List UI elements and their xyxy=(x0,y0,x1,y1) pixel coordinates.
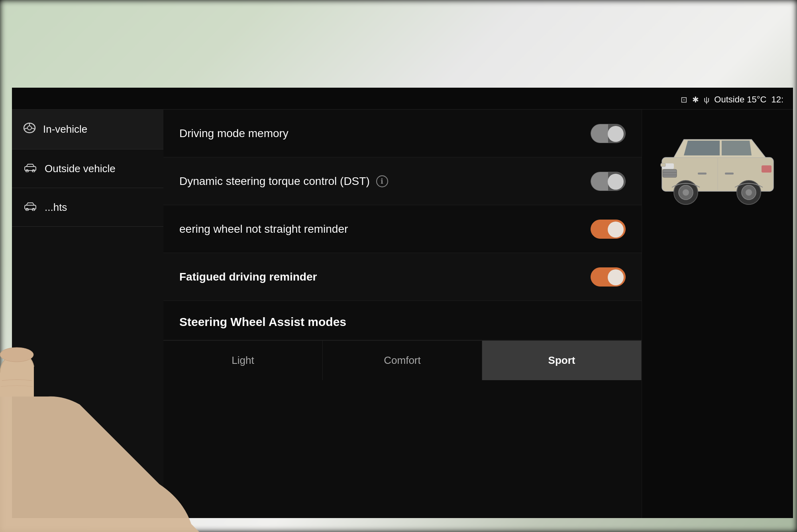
setting-row-dst: Dynamic steering torque control (DST) ℹ xyxy=(163,157,642,205)
svg-rect-25 xyxy=(698,173,707,175)
mode-buttons-row: Light Comfort Sport xyxy=(163,340,642,380)
display-icon: ⊡ xyxy=(681,95,687,104)
car-exterior-icon xyxy=(23,162,37,175)
setting-row-driving-mode-memory: Driving mode memory xyxy=(163,110,642,157)
driving-mode-memory-toggle[interactable] xyxy=(591,124,626,143)
mode-button-sport[interactable]: Sport xyxy=(482,341,642,380)
setting-row-fatigued-driving: Fatigued driving reminder xyxy=(163,253,642,301)
car-panel xyxy=(642,110,793,518)
sidebar-label-lights: ...hts xyxy=(45,201,67,214)
car-image xyxy=(650,126,785,205)
setting-row-steering-reminder: eering wheel not straight reminder xyxy=(163,205,642,253)
status-bar-content: ⊡ ✱ ψ Outside 15°C 12: xyxy=(681,88,793,112)
steering-reminder-label: eering wheel not straight reminder xyxy=(179,223,348,236)
svg-rect-24 xyxy=(661,163,665,167)
driving-mode-memory-label: Driving mode memory xyxy=(179,127,289,140)
mode-button-comfort[interactable]: Comfort xyxy=(323,341,482,380)
sidebar-item-lights[interactable]: ...hts xyxy=(12,188,163,227)
toggle-thumb xyxy=(608,174,624,190)
svg-point-1 xyxy=(27,126,31,130)
svg-line-3 xyxy=(24,128,28,129)
temperature-display: Outside 15°C xyxy=(714,94,766,105)
bluetooth-icon: ✱ xyxy=(692,95,699,104)
sidebar-label-outside: Outside vehicle xyxy=(45,163,116,175)
fatigued-driving-toggle[interactable] xyxy=(591,267,626,287)
sidebar-item-in-vehicle[interactable]: In-vehicle xyxy=(12,110,163,149)
dst-info-icon[interactable]: ℹ xyxy=(376,175,388,187)
svg-rect-26 xyxy=(725,173,734,175)
toggle-thumb xyxy=(608,222,624,238)
toggle-thumb xyxy=(608,269,624,285)
lights-icon xyxy=(23,201,37,214)
sidebar-label-in-vehicle: In-vehicle xyxy=(43,123,87,135)
toggle-thumb xyxy=(608,126,624,142)
steering-reminder-toggle[interactable] xyxy=(591,220,626,239)
svg-point-27 xyxy=(0,347,33,362)
hand-overlay xyxy=(0,261,207,532)
dst-toggle[interactable] xyxy=(591,172,626,191)
svg-rect-12 xyxy=(663,169,677,177)
section-header-assist-modes: Steering Wheel Assist modes xyxy=(163,301,642,340)
sidebar-item-outside-vehicle[interactable]: Outside vehicle xyxy=(12,149,163,188)
content-panel: Driving mode memory Dynamic steering tor… xyxy=(163,110,642,518)
dst-label: Dynamic steering torque control (DST) ℹ xyxy=(179,175,388,188)
svg-point-22 xyxy=(746,189,752,196)
signal-icon: ψ xyxy=(704,95,709,104)
svg-rect-16 xyxy=(762,165,771,173)
svg-line-4 xyxy=(31,128,35,129)
car-interior-icon xyxy=(23,122,36,136)
status-bar: ⊡ ✱ ψ Outside 15°C 12: xyxy=(12,88,793,110)
svg-point-19 xyxy=(683,189,689,196)
time-display: 12: xyxy=(771,94,783,105)
